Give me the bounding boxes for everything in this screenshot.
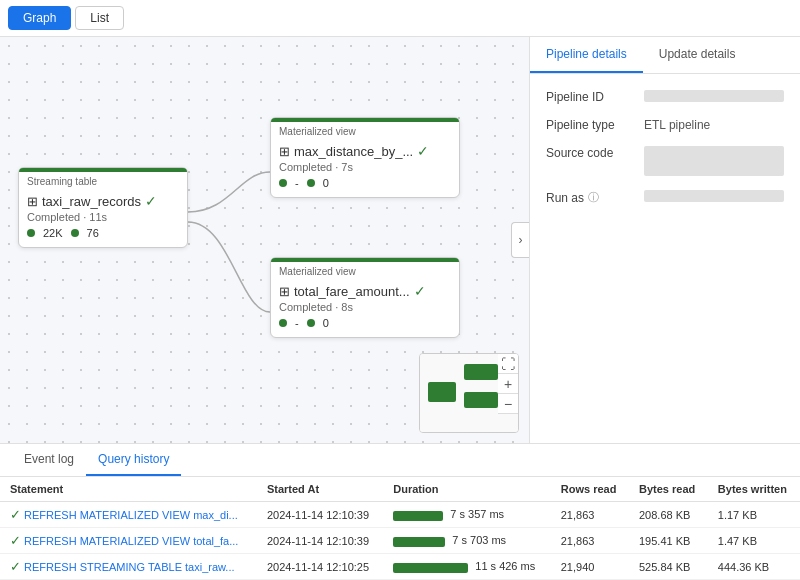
cell-started-at-0: 2024-11-14 12:10:39 bbox=[257, 502, 383, 528]
list-tab[interactable]: List bbox=[75, 6, 124, 30]
statement-link-2[interactable]: REFRESH STREAMING TABLE taxi_raw... bbox=[24, 561, 234, 573]
col-bytes-read: Bytes read bbox=[629, 477, 708, 502]
graph-tab[interactable]: Graph bbox=[8, 6, 71, 30]
collapse-panel-btn[interactable]: › bbox=[511, 222, 529, 258]
tab-update-details[interactable]: Update details bbox=[643, 37, 752, 73]
bottom-tabs: Event log Query history bbox=[0, 444, 800, 477]
query-history-table: Statement Started At Duration Rows read … bbox=[0, 477, 800, 580]
check-icon-mat1: ✓ bbox=[417, 143, 429, 159]
duration-bar-1 bbox=[393, 537, 445, 547]
run-as-label: Run as ⓘ bbox=[546, 190, 636, 205]
bottom-section: Event log Query history Statement Starte… bbox=[0, 443, 800, 580]
cell-started-at-2: 2024-11-14 12:10:25 bbox=[257, 554, 383, 580]
node-body-mat1: ⊞ max_distance_by_... ✓ Completed · 7s -… bbox=[271, 137, 459, 197]
check-icon-streaming: ✓ bbox=[145, 193, 157, 209]
node-metrics-mat2: - 0 bbox=[279, 317, 451, 329]
row-check-1: ✓ bbox=[10, 533, 21, 548]
statement-link-0[interactable]: REFRESH MATERIALIZED VIEW max_di... bbox=[24, 509, 238, 521]
tab-query-history[interactable]: Query history bbox=[86, 444, 181, 476]
node-type-label-mat1: Materialized view bbox=[271, 122, 459, 137]
dot-green2-mat2 bbox=[307, 319, 315, 327]
tab-pipeline-details[interactable]: Pipeline details bbox=[530, 37, 643, 73]
col-rows-read: Rows read bbox=[551, 477, 629, 502]
node-status-mat2: Completed · 8s bbox=[279, 301, 451, 313]
cell-bytes-read-1: 195.41 KB bbox=[629, 528, 708, 554]
tab-event-log[interactable]: Event log bbox=[12, 444, 86, 476]
table-header: Statement Started At Duration Rows read … bbox=[0, 477, 800, 502]
node-body-mat2: ⊞ total_fare_amount... ✓ Completed · 8s … bbox=[271, 277, 459, 337]
query-history-table-wrap: Statement Started At Duration Rows read … bbox=[0, 477, 800, 580]
dot-green-mat2 bbox=[279, 319, 287, 327]
check-icon-mat2: ✓ bbox=[414, 283, 426, 299]
panel-tabs: Pipeline details Update details bbox=[530, 37, 800, 74]
node-type-label-mat2: Materialized view bbox=[271, 262, 459, 277]
zoom-out-btn[interactable]: − bbox=[498, 394, 518, 414]
cell-duration-2: 11 s 426 ms bbox=[383, 554, 551, 580]
fullscreen-btn[interactable]: ⛶ bbox=[498, 354, 518, 374]
row-check-2: ✓ bbox=[10, 559, 21, 574]
col-statement: Statement bbox=[0, 477, 257, 502]
mini-node-mat2 bbox=[464, 392, 498, 408]
node-body-streaming: ⊞ taxi_raw_records ✓ Completed · 11s 22K… bbox=[19, 187, 187, 247]
node-mat1[interactable]: Materialized view ⊞ max_distance_by_... … bbox=[270, 117, 460, 198]
pipeline-id-value bbox=[644, 90, 784, 102]
detail-row-pipeline-type: Pipeline type ETL pipeline bbox=[546, 118, 784, 132]
top-tab-bar: Graph List bbox=[0, 0, 800, 37]
cell-duration-0: 7 s 357 ms bbox=[383, 502, 551, 528]
cell-bytes-read-2: 525.84 KB bbox=[629, 554, 708, 580]
cell-rows-read-0: 21,863 bbox=[551, 502, 629, 528]
col-duration: Duration bbox=[383, 477, 551, 502]
dot-green-streaming bbox=[27, 229, 35, 237]
cell-bytes-written-0: 1.17 KB bbox=[708, 502, 800, 528]
detail-row-pipeline-id: Pipeline ID bbox=[546, 90, 784, 104]
node-type-label-streaming: Streaming table bbox=[19, 172, 187, 187]
cell-rows-read-1: 21,863 bbox=[551, 528, 629, 554]
pipeline-id-label: Pipeline ID bbox=[546, 90, 636, 104]
statement-link-1[interactable]: REFRESH MATERIALIZED VIEW total_fa... bbox=[24, 535, 238, 547]
table-row: ✓ REFRESH MATERIALIZED VIEW total_fa... … bbox=[0, 528, 800, 554]
run-as-value bbox=[644, 190, 784, 202]
table-row: ✓ REFRESH MATERIALIZED VIEW max_di... 20… bbox=[0, 502, 800, 528]
node-status-streaming: Completed · 11s bbox=[27, 211, 179, 223]
minimap[interactable]: ⛶ + − bbox=[419, 353, 519, 433]
dot-green2-streaming bbox=[71, 229, 79, 237]
run-as-info-icon[interactable]: ⓘ bbox=[588, 190, 599, 205]
node-metrics-mat1: - 0 bbox=[279, 177, 451, 189]
zoom-in-btn[interactable]: + bbox=[498, 374, 518, 394]
pipeline-type-value: ETL pipeline bbox=[644, 118, 784, 132]
main-content: Streaming table ⊞ taxi_raw_records ✓ Com… bbox=[0, 37, 800, 443]
col-bytes-written: Bytes written bbox=[708, 477, 800, 502]
cell-duration-1: 7 s 703 ms bbox=[383, 528, 551, 554]
node-status-mat1: Completed · 7s bbox=[279, 161, 451, 173]
right-panel: Pipeline details Update details Pipeline… bbox=[530, 37, 800, 443]
source-code-value bbox=[644, 146, 784, 176]
table-row: ✓ REFRESH STREAMING TABLE taxi_raw... 20… bbox=[0, 554, 800, 580]
cell-started-at-1: 2024-11-14 12:10:39 bbox=[257, 528, 383, 554]
mini-node-mat1 bbox=[464, 364, 498, 380]
cell-bytes-written-1: 1.47 KB bbox=[708, 528, 800, 554]
cell-statement-0: ✓ REFRESH MATERIALIZED VIEW max_di... bbox=[0, 502, 257, 528]
cell-statement-1: ✓ REFRESH MATERIALIZED VIEW total_fa... bbox=[0, 528, 257, 554]
minimap-controls: ⛶ + − bbox=[498, 354, 518, 414]
cell-bytes-read-0: 208.68 KB bbox=[629, 502, 708, 528]
table-icon: ⊞ bbox=[27, 194, 38, 209]
row-check-0: ✓ bbox=[10, 507, 21, 522]
table-icon-mat1: ⊞ bbox=[279, 144, 290, 159]
mini-node-streaming bbox=[428, 382, 456, 402]
detail-row-source-code: Source code bbox=[546, 146, 784, 176]
dot-green2-mat1 bbox=[307, 179, 315, 187]
pipeline-type-label: Pipeline type bbox=[546, 118, 636, 132]
col-started-at: Started At bbox=[257, 477, 383, 502]
cell-statement-2: ✓ REFRESH STREAMING TABLE taxi_raw... bbox=[0, 554, 257, 580]
duration-bar-0 bbox=[393, 511, 443, 521]
node-title-mat2: ⊞ total_fare_amount... ✓ bbox=[279, 283, 451, 299]
node-mat2[interactable]: Materialized view ⊞ total_fare_amount...… bbox=[270, 257, 460, 338]
panel-content: Pipeline ID Pipeline type ETL pipeline S… bbox=[530, 74, 800, 443]
node-streaming-table[interactable]: Streaming table ⊞ taxi_raw_records ✓ Com… bbox=[18, 167, 188, 248]
graph-area[interactable]: Streaming table ⊞ taxi_raw_records ✓ Com… bbox=[0, 37, 530, 443]
query-table-body: ✓ REFRESH MATERIALIZED VIEW max_di... 20… bbox=[0, 502, 800, 580]
detail-row-run-as: Run as ⓘ bbox=[546, 190, 784, 205]
node-title-streaming: ⊞ taxi_raw_records ✓ bbox=[27, 193, 179, 209]
cell-rows-read-2: 21,940 bbox=[551, 554, 629, 580]
source-code-label: Source code bbox=[546, 146, 636, 176]
